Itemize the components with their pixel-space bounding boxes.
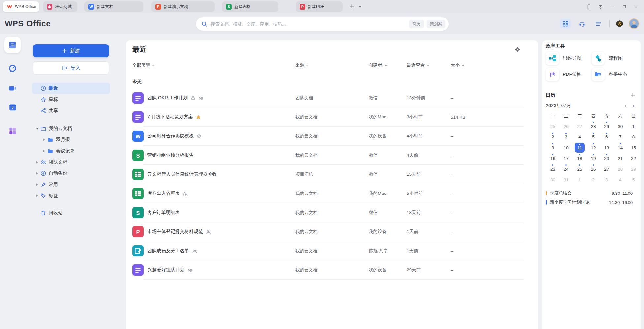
new-document-button[interactable]: 新建 bbox=[33, 44, 109, 57]
calendar-day[interactable]: 1 bbox=[573, 175, 587, 186]
calendar-day[interactable]: 12 bbox=[587, 142, 600, 153]
file-row[interactable]: P市场主体登记提交材料规范我的云文档我的设备1天前– bbox=[126, 222, 538, 241]
file-row[interactable]: 7 月线下活动策划方案我的云文档我的Mac3小时前514 KB bbox=[126, 107, 538, 127]
search-tag-chip[interactable]: 策划案 bbox=[427, 20, 446, 28]
calendar-day[interactable]: 7 bbox=[613, 132, 627, 143]
calendar-day[interactable]: 29 bbox=[627, 164, 640, 175]
file-row[interactable]: S营销小组业绩分析报告我的云文档微信4天前– bbox=[126, 146, 538, 165]
calendar-day[interactable]: 16 bbox=[546, 153, 560, 164]
caret-right-icon[interactable] bbox=[43, 150, 45, 152]
calendar-day[interactable]: 8 bbox=[627, 132, 640, 143]
sidebar-tree-item[interactable]: 双月报 bbox=[32, 134, 110, 145]
rail-item-calendar[interactable]: 7 bbox=[4, 99, 21, 116]
calendar-day[interactable]: 5 bbox=[587, 132, 600, 143]
calendar-day[interactable]: 2 bbox=[546, 132, 560, 143]
apps-grid-button[interactable] bbox=[560, 19, 571, 29]
calendar-day[interactable]: 17 bbox=[560, 153, 573, 164]
calendar-day[interactable]: 14 bbox=[613, 142, 627, 153]
calendar-day-selected[interactable]: 11 bbox=[573, 142, 587, 153]
calendar-day[interactable]: 25 bbox=[546, 121, 560, 132]
calendar-next-button[interactable]: › bbox=[629, 102, 637, 109]
tab-list-button[interactable] bbox=[357, 2, 363, 11]
calendar-day[interactable]: 4 bbox=[573, 132, 587, 143]
filter-dropdown[interactable]: 全部类型 bbox=[132, 62, 295, 68]
rail-item-chat[interactable] bbox=[4, 60, 21, 76]
sidebar-item[interactable]: 星标 bbox=[32, 94, 110, 105]
caret-right-icon[interactable] bbox=[36, 172, 38, 175]
caret-down-icon[interactable] bbox=[36, 128, 39, 130]
calendar-day[interactable]: 27 bbox=[600, 164, 613, 175]
member-badge[interactable]: S bbox=[615, 19, 624, 28]
sidebar-tree-item[interactable]: 我的云文档 bbox=[32, 123, 110, 134]
tab-presentation[interactable]: P新建演示文稿 bbox=[151, 1, 215, 12]
mobile-link-button[interactable] bbox=[583, 0, 595, 13]
tool-pdf-convert[interactable]: PPDF转换 bbox=[546, 68, 592, 81]
search-tag-chip[interactable]: 简历 bbox=[409, 20, 424, 28]
tab-spreadsheet[interactable]: S新建表格 bbox=[222, 1, 278, 12]
caret-right-icon[interactable] bbox=[36, 194, 38, 197]
sidebar-tree-item[interactable]: 自动备份 bbox=[32, 168, 110, 179]
calendar-day[interactable]: 29 bbox=[600, 121, 613, 132]
file-row[interactable]: 团队成员及分工名单我的云文档陈旭 共享1天前– bbox=[126, 241, 538, 260]
rail-item-documents[interactable] bbox=[4, 37, 21, 53]
file-row[interactable]: 库存出入管理表我的云文档我的Mac5小时前– bbox=[126, 184, 538, 203]
filter-dropdown[interactable]: 来源 bbox=[295, 62, 369, 68]
calendar-day[interactable]: 3 bbox=[600, 175, 613, 186]
file-row[interactable]: 兴趣爱好组队计划我的云文档我的设备29天前– bbox=[126, 260, 538, 280]
calendar-day[interactable]: 1 bbox=[627, 121, 640, 132]
calendar-day[interactable]: 22 bbox=[627, 153, 640, 164]
rail-item-apps[interactable] bbox=[4, 123, 21, 139]
sidebar-tree-item[interactable]: 团队文档 bbox=[32, 157, 110, 168]
sidebar-tree-item[interactable]: 常用 bbox=[32, 179, 110, 190]
calendar-day[interactable]: 4 bbox=[613, 175, 627, 186]
import-button[interactable]: 导入 bbox=[33, 61, 109, 75]
calendar-day[interactable]: 30 bbox=[613, 121, 627, 132]
calendar-day[interactable]: 13 bbox=[600, 142, 613, 153]
sidebar-item[interactable]: 共享 bbox=[32, 105, 110, 116]
calendar-day[interactable]: 24 bbox=[560, 164, 573, 175]
calendar-day[interactable]: 5 bbox=[627, 175, 640, 186]
file-row[interactable]: S客户订单明细表我的云文档微信18天前– bbox=[126, 203, 538, 222]
calendar-day[interactable]: 2 bbox=[587, 175, 600, 186]
sidebar-item[interactable]: 最近 bbox=[32, 83, 110, 94]
rail-item-meeting[interactable] bbox=[4, 80, 21, 97]
calendar-day[interactable]: 28 bbox=[613, 164, 627, 175]
file-row[interactable]: W公司对外合作协议模板我的云文档我的设备4小时前– bbox=[126, 127, 538, 146]
calendar-day[interactable]: 23 bbox=[546, 164, 560, 175]
calendar-event[interactable]: 新季度学习计划讨论14:30–16:00 bbox=[546, 198, 633, 207]
calendar-day[interactable]: 30 bbox=[546, 175, 560, 186]
calendar-day[interactable]: 19 bbox=[587, 153, 600, 164]
tab-pdf[interactable]: P新建PDF bbox=[296, 1, 343, 12]
support-headset-button[interactable] bbox=[576, 19, 588, 29]
new-tab-button[interactable] bbox=[347, 2, 356, 11]
calendar-prev-button[interactable]: ‹ bbox=[622, 102, 629, 109]
add-event-button[interactable] bbox=[630, 93, 635, 98]
calendar-day[interactable]: 3 bbox=[560, 132, 573, 143]
avatar[interactable] bbox=[629, 18, 639, 29]
caret-right-icon[interactable] bbox=[36, 161, 38, 164]
filter-dropdown[interactable]: 创建者 bbox=[369, 62, 407, 68]
tool-mindmap[interactable]: 思维导图 bbox=[546, 52, 592, 65]
calendar-day[interactable]: 26 bbox=[560, 121, 573, 132]
search-bar[interactable]: 简历策划案 bbox=[196, 17, 449, 31]
tab-docer[interactable]: 稻壳商城 bbox=[43, 1, 77, 12]
calendar-day[interactable]: 27 bbox=[573, 121, 587, 132]
calendar-day[interactable]: 10 bbox=[560, 142, 573, 153]
main-menu-button[interactable] bbox=[593, 19, 604, 29]
calendar-day[interactable]: 20 bbox=[600, 153, 613, 164]
maximize-button[interactable] bbox=[618, 0, 630, 13]
calendar-day[interactable]: 9 bbox=[546, 142, 560, 153]
file-row[interactable]: 云文档管人员信息统计表理器验收项目汇总微信15天前– bbox=[126, 165, 538, 184]
tool-backup[interactable]: 备份中心 bbox=[592, 68, 637, 81]
calendar-day[interactable]: 26 bbox=[587, 164, 600, 175]
calendar-day[interactable]: 15 bbox=[627, 142, 640, 153]
filter-dropdown[interactable]: 最近查看 bbox=[407, 62, 451, 68]
filter-dropdown[interactable]: 大小 bbox=[451, 62, 531, 68]
calendar-event[interactable]: 季度总结会9:30–11:00 bbox=[546, 189, 633, 198]
workspace-box-button[interactable] bbox=[595, 0, 606, 13]
sidebar-tree-item[interactable]: 会议记录 bbox=[32, 145, 110, 157]
sidebar-item-trash[interactable]: 回收站 bbox=[32, 207, 110, 219]
caret-right-icon[interactable] bbox=[43, 138, 45, 141]
calendar-day[interactable]: 31 bbox=[560, 175, 573, 186]
minimize-button[interactable] bbox=[606, 0, 618, 13]
